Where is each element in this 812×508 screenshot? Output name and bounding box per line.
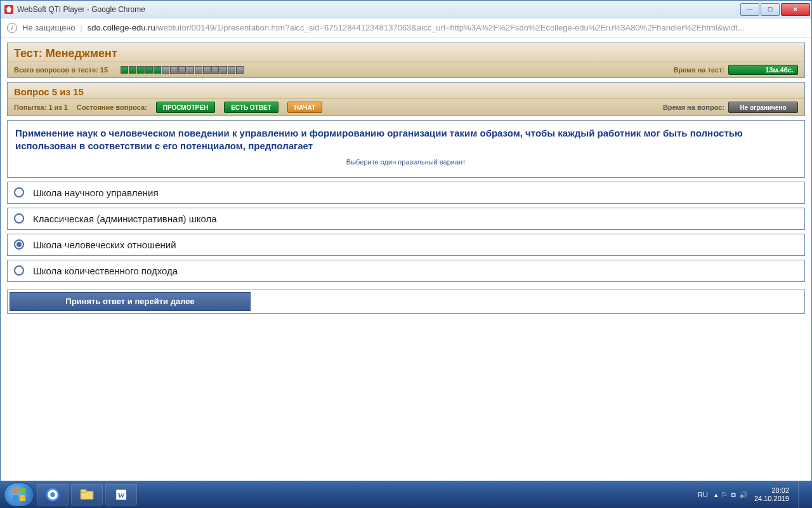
progress-cell [211, 66, 219, 74]
window-title: WebSoft QTI Player - Google Chrome [17, 5, 145, 14]
taskbar-chrome[interactable] [37, 484, 69, 505]
tray-up-icon[interactable]: ▴ [714, 491, 718, 499]
network-icon[interactable]: ⧉ [731, 491, 736, 499]
url-display[interactable]: sdo.college-edu.ru/webtutor/00149/1/pres… [88, 23, 805, 32]
progress-cell [219, 66, 227, 74]
chip-viewed: ПРОСМОТРЕН [156, 102, 215, 113]
chip-started: НАЧАТ [287, 102, 323, 113]
question-header-panel: Вопрос 5 из 15 Попытка: 1 из 1 Состояние… [7, 82, 805, 116]
titlebar: WebSoft QTI Player - Google Chrome — ☐ ✕ [1, 1, 811, 18]
question-text: Применение наук о человеческом поведении… [15, 127, 797, 153]
test-header-panel: Тест: Менеджмент Всего вопросов в тесте:… [7, 43, 805, 78]
test-progress [121, 66, 244, 74]
flag-icon[interactable]: ⚐ [721, 491, 728, 499]
answer-text: Классическая (административная) школа [33, 213, 217, 224]
svg-rect-2 [13, 495, 18, 501]
attempt-label: Попытка: 1 из 1 [14, 104, 68, 111]
volume-icon[interactable]: 🔊 [739, 491, 748, 499]
chip-answered: ЕСТЬ ОТВЕТ [224, 102, 278, 113]
question-time-value: Не ограничено [728, 102, 798, 113]
maximize-button[interactable]: ☐ [761, 3, 780, 16]
answer-option[interactable]: Школа научного управления [7, 182, 805, 204]
progress-cell [170, 66, 178, 74]
radio-icon [14, 187, 24, 197]
submit-row: Принять ответ и перейти далее [7, 290, 805, 314]
progress-cell [187, 66, 194, 74]
close-button[interactable]: ✕ [781, 3, 810, 16]
test-time-value: 13м.46с. [728, 65, 798, 75]
test-title: Тест: Менеджмент [14, 47, 798, 60]
answer-text: Школа количественного подхода [33, 265, 178, 276]
svg-text:W: W [118, 491, 125, 499]
app-icon [4, 5, 13, 14]
answers-list: Школа научного управленияКлассическая (а… [7, 182, 805, 282]
svg-rect-0 [13, 488, 18, 494]
question-number: Вопрос 5 из 15 [8, 83, 804, 98]
status-label: Состояние вопроса: [77, 104, 147, 111]
submit-button[interactable]: Принять ответ и перейти далее [10, 292, 251, 311]
show-desktop-button[interactable] [798, 481, 804, 508]
progress-cell [145, 66, 153, 74]
tray-icons[interactable]: ▴ ⚐ ⧉ 🔊 [714, 491, 748, 499]
progress-cell [178, 66, 186, 74]
progress-cell [162, 66, 169, 74]
progress-cell [228, 66, 235, 74]
radio-icon [14, 213, 24, 224]
page-content: Тест: Менеджмент Всего вопросов в тесте:… [1, 37, 811, 481]
progress-cell [203, 66, 211, 74]
start-button[interactable] [4, 483, 34, 507]
question-hint: Выберите один правильный вариант [15, 158, 797, 166]
test-time-label: Время на тест: [673, 66, 724, 74]
svg-point-6 [50, 492, 55, 497]
info-icon[interactable]: i [7, 23, 17, 33]
answer-text: Школа человеческих отношений [33, 239, 176, 250]
browser-window: WebSoft QTI Player - Google Chrome — ☐ ✕… [0, 0, 812, 481]
question-time-label: Время на вопрос: [663, 104, 724, 111]
progress-cell [137, 66, 145, 74]
answer-text: Школа научного управления [33, 187, 159, 198]
taskbar-word[interactable]: W [105, 484, 137, 505]
progress-cell [195, 66, 202, 74]
answer-option[interactable]: Классическая (административная) школа [7, 208, 805, 230]
progress-cell [121, 66, 128, 74]
tray-clock[interactable]: 20:02 24.10.2019 [754, 486, 789, 503]
taskbar-explorer[interactable] [71, 484, 103, 505]
svg-rect-1 [20, 488, 25, 494]
answer-option[interactable]: Школа количественного подхода [7, 260, 805, 282]
answer-option[interactable]: Школа человеческих отношений [7, 234, 805, 256]
taskbar: W RU ▴ ⚐ ⧉ 🔊 20:02 24.10.2019 [0, 481, 812, 508]
address-bar[interactable]: i Не защищено | sdo.college-edu.ru/webtu… [1, 18, 811, 37]
svg-rect-3 [20, 495, 25, 501]
radio-icon [14, 239, 24, 250]
tray-lang[interactable]: RU [698, 491, 708, 498]
progress-cell [154, 66, 161, 74]
question-box: Применение наук о человеческом поведении… [7, 120, 805, 178]
svg-rect-8 [81, 490, 86, 493]
progress-cell [129, 66, 136, 74]
progress-cell [236, 66, 244, 74]
total-questions-label: Всего вопросов в тесте: 15 [14, 66, 108, 74]
radio-icon [14, 265, 24, 276]
security-status: Не защищено [22, 23, 75, 32]
minimize-button[interactable]: — [740, 3, 759, 16]
